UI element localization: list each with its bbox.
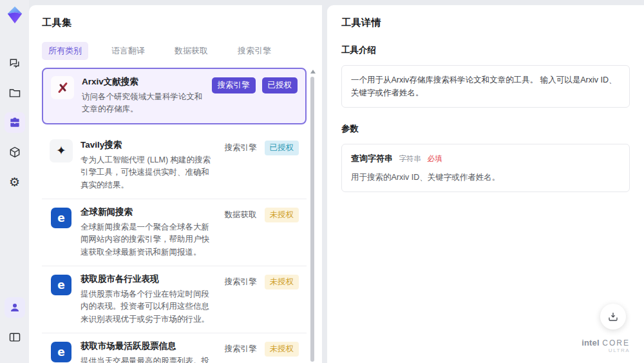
detail-title: 工具详情 — [341, 17, 630, 29]
param-box: 查询字符串 字符串 必填 用于搜索的Arxiv ID、关键字或作者姓名。 — [341, 144, 630, 192]
category-tabs: 所有类别语言翻译数据获取搜索引擎 — [42, 42, 316, 60]
tool-card[interactable]: ✦ e 获取市场最活跃股票信息 提供当天交易量最高的股票列表。投资者可以利用这些… — [42, 333, 307, 363]
tool-badges: 搜索引擎 已授权 — [212, 76, 298, 93]
category-tab[interactable]: 数据获取 — [168, 42, 214, 60]
folder-icon — [8, 86, 21, 99]
app-window: ⚙ 工具集 所有类别语言翻译数据获取搜索引擎 ✦ — [0, 0, 644, 363]
arxiv-icon — [56, 81, 69, 94]
chat-bubbles-icon — [8, 57, 21, 70]
tool-description: 专为人工智能代理 (LLM) 构建的搜索引擎工具，可快速提供实时、准确和真实的结… — [80, 154, 216, 191]
sidebar-item-panel-toggle[interactable] — [5, 327, 25, 348]
tool-badges: 搜索引擎 未授权 — [223, 273, 299, 289]
tool-badges: 搜索引擎 已授权 — [223, 139, 299, 155]
auth-badge: 已授权 — [262, 77, 298, 93]
user-icon — [9, 302, 21, 313]
panel-divider — [322, 5, 327, 363]
tool-cards-container: ✦ e Arxiv文献搜索 访问各个研究领域大量科学论文和文章的存储库。 搜索引… — [42, 68, 307, 363]
intel-core-badge: intel CORE ULTRA — [582, 337, 630, 354]
news-app-icon: e — [51, 275, 71, 295]
tool-icon-tile: ✦ e — [51, 76, 74, 99]
tool-description: 提供当天交易量最高的股票列表。投资者可以利用这些信息来识别流动性强的股票和潜在的… — [80, 355, 216, 363]
scroll-up-icon[interactable] — [310, 70, 316, 74]
param-description: 用于搜索的Arxiv ID、关键字或作者姓名。 — [351, 171, 620, 184]
tool-name: 获取市场最活跃股票信息 — [80, 340, 216, 352]
tool-card[interactable]: ✦ e Tavily搜索 专为人工智能代理 (LLM) 构建的搜索引擎工具，可快… — [42, 132, 307, 199]
sidebar-toggle-icon — [8, 331, 21, 344]
auth-badge: 未授权 — [265, 208, 299, 222]
param-header: 查询字符串 字符串 必填 — [351, 152, 620, 166]
tool-icon-tile: ✦ e — [50, 340, 73, 363]
news-app-icon: e — [51, 342, 71, 362]
category-badge: 搜索引擎 — [223, 275, 258, 289]
scrollbar[interactable] — [309, 68, 316, 363]
auth-badge: 已授权 — [265, 141, 299, 155]
gear-icon: ⚙ — [9, 176, 20, 188]
tool-card-main: 全球新闻搜索 全球新闻搜索是一个聚合全球各大新闻网站内容的搜索引擎，帮助用户快速… — [80, 206, 216, 259]
page-title: 工具集 — [42, 17, 316, 29]
tool-description: 提供股票市场各个行业在特定时间段内的表现。投资者可以利用这些信息来识别表现优于或… — [80, 288, 216, 326]
main-content: 工具集 所有类别语言翻译数据获取搜索引擎 ✦ e Arxiv文献搜索 访问各个研… — [29, 0, 644, 363]
tool-detail-panel: 工具详情 工具介绍 一个用于从Arxiv存储库搜索科学论文和文章的工具。 输入可… — [327, 5, 644, 363]
param-name: 查询字符串 — [351, 153, 393, 163]
category-badge: 搜索引擎 — [212, 77, 256, 93]
tool-card[interactable]: ✦ e 全球新闻搜索 全球新闻搜索是一个聚合全球各大新闻网站内容的搜索引擎，帮助… — [42, 199, 307, 266]
params-heading: 参数 — [341, 123, 630, 135]
param-required-badge: 必填 — [427, 155, 442, 162]
sidebar-item-settings[interactable]: ⚙ — [5, 172, 25, 192]
tool-name: 全球新闻搜索 — [80, 206, 216, 218]
intro-box: 一个用于从Arxiv存储库搜索科学论文和文章的工具。 输入可以是Arxiv ID… — [341, 65, 630, 108]
tool-description: 访问各个研究领域大量科学论文和文章的存储库。 — [82, 91, 204, 116]
cube-icon — [8, 146, 21, 159]
auth-badge: 未授权 — [265, 342, 299, 357]
tool-card[interactable]: ✦ e Arxiv文献搜索 访问各个研究领域大量科学论文和文章的存储库。 搜索引… — [42, 68, 307, 124]
category-badge: 搜索引擎 — [223, 342, 258, 357]
auth-badge: 未授权 — [265, 275, 299, 289]
category-tab[interactable]: 搜索引擎 — [231, 42, 278, 60]
icon-sidebar: ⚙ — [0, 0, 29, 363]
scrollbar-thumb[interactable] — [310, 77, 314, 362]
tool-icon-tile: ✦ e — [50, 273, 73, 297]
category-badge: 搜索引擎 — [223, 141, 258, 155]
param-type: 字符串 — [399, 155, 421, 162]
tool-icon-tile: ✦ e — [50, 206, 73, 230]
brand-core: CORE — [602, 338, 630, 348]
app-logo-icon — [5, 5, 24, 25]
tool-name: Arxiv文献搜索 — [82, 76, 204, 88]
tool-list: ✦ e Arxiv文献搜索 访问各个研究领域大量科学论文和文章的存储库。 搜索引… — [42, 68, 316, 363]
intro-text: 一个用于从Arxiv存储库搜索科学论文和文章的工具。 输入可以是Arxiv ID… — [351, 75, 617, 97]
brand-ultra: ULTRA — [582, 348, 630, 354]
category-badge: 数据获取 — [223, 208, 258, 222]
news-app-icon: e — [51, 208, 71, 228]
download-icon — [607, 311, 619, 322]
brand-intel: intel — [582, 338, 600, 348]
tool-description: 全球新闻搜索是一个聚合全球各大新闻网站内容的搜索引擎，帮助用户快速获取全球最新资… — [80, 221, 216, 259]
sidebar-item-user[interactable] — [5, 297, 25, 318]
sidebar-item-tools[interactable] — [5, 112, 25, 133]
tool-list-panel: 工具集 所有类别语言翻译数据获取搜索引擎 ✦ e Arxiv文献搜索 访问各个研… — [29, 5, 322, 363]
tool-icon-tile: ✦ e — [50, 139, 73, 162]
tool-badges: 搜索引擎 未授权 — [223, 340, 299, 357]
sidebar-item-files[interactable] — [5, 83, 25, 103]
tool-name: 获取股市各行业表现 — [80, 273, 216, 285]
sparkle-icon: ✦ — [56, 143, 66, 158]
intro-heading: 工具介绍 — [341, 44, 630, 56]
briefcase-icon — [8, 116, 21, 129]
tool-badges: 数据获取 未授权 — [223, 206, 299, 222]
sidebar-item-models[interactable] — [5, 142, 25, 162]
download-button[interactable] — [600, 304, 626, 329]
sidebar-item-chat[interactable] — [5, 53, 25, 74]
sidebar-bottom — [5, 297, 25, 363]
tool-card-main: 获取股市各行业表现 提供股票市场各个行业在特定时间段内的表现。投资者可以利用这些… — [80, 273, 216, 326]
tool-card-main: Tavily搜索 专为人工智能代理 (LLM) 构建的搜索引擎工具，可快速提供实… — [80, 139, 216, 191]
tool-card-main: Arxiv文献搜索 访问各个研究领域大量科学论文和文章的存储库。 — [82, 76, 204, 116]
category-tab[interactable]: 所有类别 — [42, 42, 88, 60]
tool-card-main: 获取市场最活跃股票信息 提供当天交易量最高的股票列表。投资者可以利用这些信息来识… — [80, 340, 216, 363]
tool-card[interactable]: ✦ e 获取股市各行业表现 提供股票市场各个行业在特定时间段内的表现。投资者可以… — [42, 266, 307, 333]
tool-name: Tavily搜索 — [80, 139, 216, 151]
category-tab[interactable]: 语言翻译 — [105, 42, 151, 60]
